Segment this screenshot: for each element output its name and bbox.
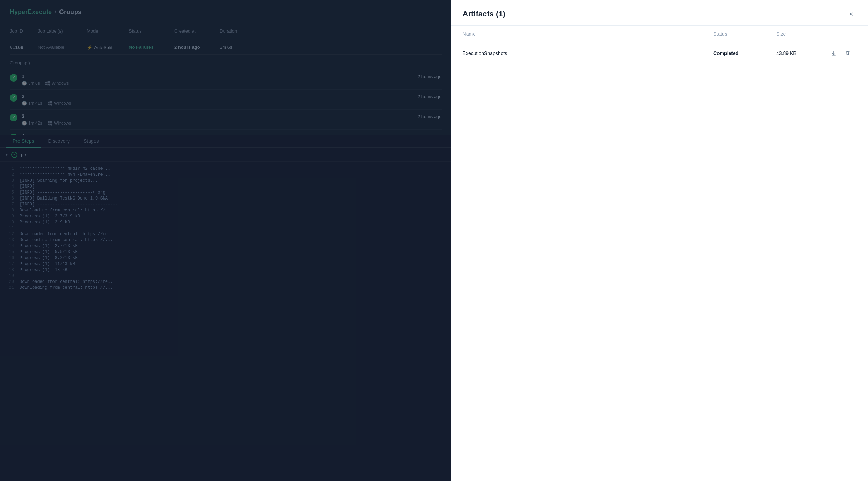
artifact-size: 43.89 KB (776, 50, 829, 56)
col-th-status: Status (713, 31, 776, 37)
artifacts-table: Name Status Size ExecutionSnapshots Comp… (451, 26, 868, 65)
artifacts-header: Artifacts (1) × (451, 0, 868, 26)
artifacts-panel: Artifacts (1) × Name Status Size Executi… (451, 0, 868, 481)
col-th-name: Name (463, 31, 713, 37)
download-button[interactable] (829, 48, 839, 58)
svg-rect-1 (833, 51, 834, 54)
main-overlay (0, 0, 451, 481)
col-th-actions (829, 31, 857, 37)
artifact-actions (829, 48, 857, 58)
artifact-name: ExecutionSnapshots (463, 50, 713, 56)
col-th-size: Size (776, 31, 829, 37)
artifact-status: Completed (713, 50, 776, 56)
artifacts-title: Artifacts (1) (463, 9, 505, 19)
main-panel: HyperExecute / Groups Job ID Job Label(s… (0, 0, 451, 481)
close-button[interactable]: × (846, 8, 857, 20)
artifact-row: ExecutionSnapshots Completed 43.89 KB (463, 41, 857, 65)
delete-button[interactable] (843, 48, 853, 58)
artifacts-col-header: Name Status Size (463, 26, 857, 41)
